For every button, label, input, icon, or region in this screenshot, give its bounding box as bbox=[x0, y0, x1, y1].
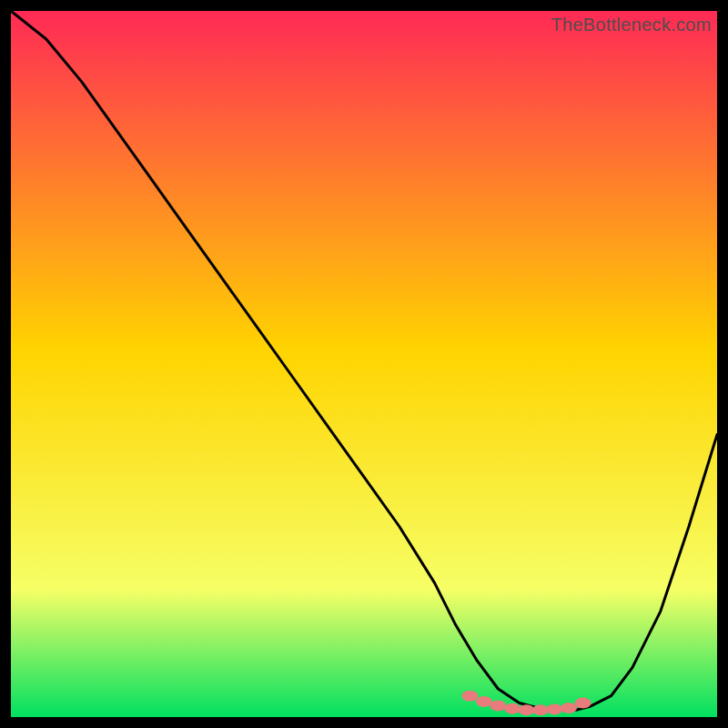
plateau-marker bbox=[561, 703, 577, 713]
bottleneck-chart bbox=[11, 11, 717, 717]
plateau-marker bbox=[519, 704, 535, 715]
plateau-marker bbox=[504, 703, 521, 714]
plateau-marker bbox=[461, 691, 478, 702]
plateau-marker bbox=[575, 698, 592, 709]
plateau-marker bbox=[476, 696, 492, 707]
plateau-marker bbox=[532, 704, 549, 715]
plateau-marker bbox=[490, 701, 506, 712]
gradient-background bbox=[11, 11, 717, 717]
chart-frame: TheBottleneck.com bbox=[11, 11, 717, 717]
watermark-text: TheBottleneck.com bbox=[551, 15, 712, 35]
plateau-marker bbox=[547, 704, 563, 715]
